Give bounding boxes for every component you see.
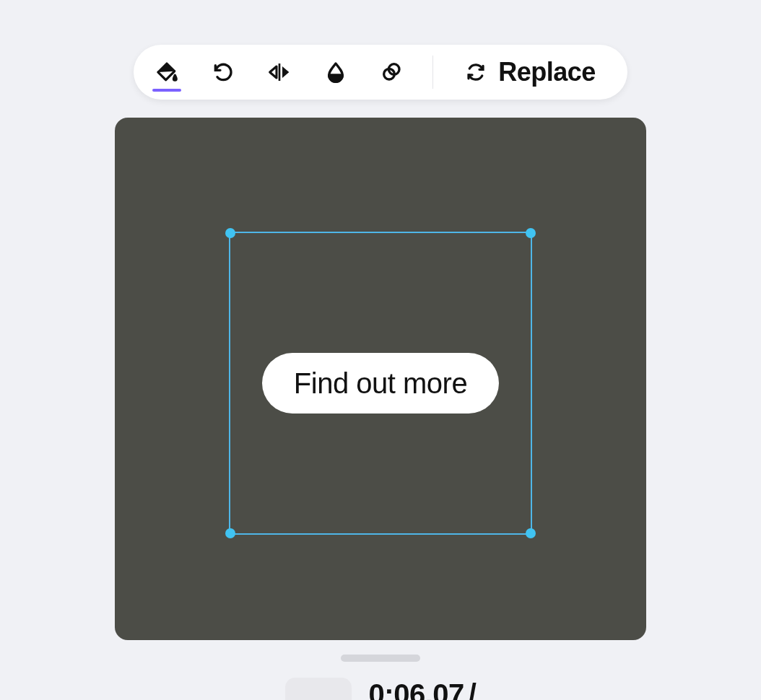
flip-button[interactable] <box>264 56 295 88</box>
droplet-icon <box>324 61 347 84</box>
resize-handle-top-left[interactable] <box>225 228 235 238</box>
flip-horizontal-icon <box>268 61 291 84</box>
selected-element[interactable]: Find out more <box>230 233 531 533</box>
resize-handle-bottom-left[interactable] <box>225 528 235 538</box>
pill-button: Find out more <box>262 353 499 414</box>
duplicate-icon <box>380 61 404 84</box>
resize-handle-top-right[interactable] <box>526 228 536 238</box>
rotate-ccw-icon <box>212 61 235 84</box>
timeline-thumbnail[interactable] <box>285 678 352 700</box>
replace-button[interactable]: Replace <box>461 51 600 94</box>
paint-bucket-icon <box>155 61 178 84</box>
resize-handle-bottom-right[interactable] <box>526 528 536 538</box>
canvas[interactable]: Find out more <box>115 118 646 640</box>
opacity-button[interactable] <box>320 56 352 88</box>
time-separator: / <box>469 678 477 700</box>
rotate-button[interactable] <box>207 56 239 88</box>
floating-toolbar: Replace <box>134 45 627 100</box>
time-current: 0:06.07 <box>369 678 464 700</box>
fill-color-button[interactable] <box>151 56 183 88</box>
selection-bounding-box[interactable]: Find out more <box>229 232 532 535</box>
duplicate-button[interactable] <box>376 56 408 88</box>
toolbar-divider <box>432 56 433 89</box>
panel-drag-handle[interactable] <box>341 655 420 662</box>
replace-label: Replace <box>498 57 596 87</box>
replace-icon <box>465 61 487 83</box>
svg-rect-0 <box>279 64 281 81</box>
